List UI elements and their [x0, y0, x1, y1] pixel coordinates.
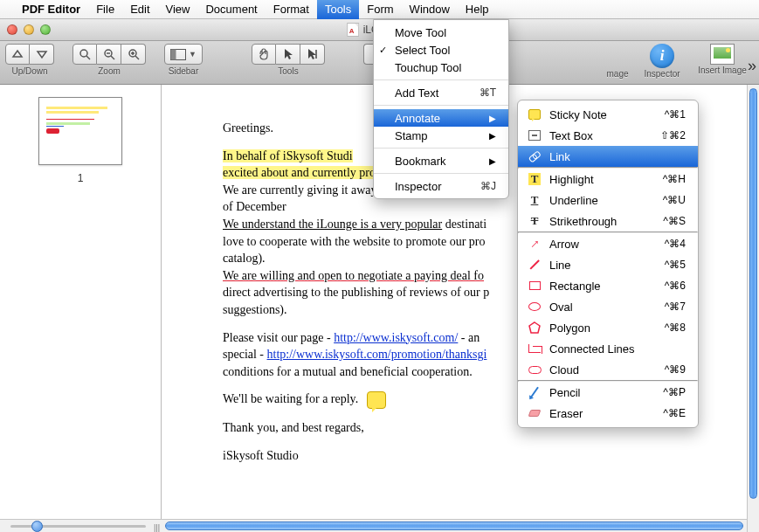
- annotate-sticky-note[interactable]: Sticky Note^⌘1: [518, 104, 698, 125]
- menu-window[interactable]: Window: [402, 0, 458, 19]
- svg-line-8: [135, 56, 139, 59]
- annotate-highlight[interactable]: T Highlight^⌘H: [518, 169, 698, 190]
- link-icon: [527, 149, 542, 164]
- tools-menu-bookmark[interactable]: Bookmark▶: [374, 152, 508, 169]
- toolbar-inspector-group[interactable]: i Inspector: [637, 44, 687, 79]
- page-thumbnail-1[interactable]: [38, 97, 122, 165]
- toolbar-updown-group: Up/Down: [5, 44, 54, 76]
- annotate-strikethrough[interactable]: T Strikethrough^⌘S: [518, 211, 698, 231]
- annotate-text-box[interactable]: Text Box⇧⌘2: [518, 125, 698, 146]
- minimize-window-button[interactable]: [24, 24, 34, 35]
- toolbar-image-label: mage: [606, 69, 628, 79]
- connected-lines-icon: [527, 341, 542, 356]
- annotate-link[interactable]: Link: [518, 146, 698, 167]
- menu-file[interactable]: File: [88, 0, 122, 19]
- annotate-underline[interactable]: T Underline^⌘U: [518, 190, 698, 211]
- zoom-window-button[interactable]: [40, 24, 51, 35]
- sticky-note-annotation[interactable]: [367, 391, 386, 409]
- svg-point-0: [80, 50, 87, 57]
- menu-document[interactable]: Document: [197, 0, 265, 19]
- arrow-shape-icon: →: [527, 236, 542, 252]
- sidebar-zoom-slider-area: |||: [0, 519, 162, 532]
- doc-p8: iSkysoft Studio: [223, 447, 686, 465]
- menu-edit[interactable]: Edit: [122, 0, 157, 19]
- doc-link-1[interactable]: http://www.iskysoft.com/: [334, 331, 458, 344]
- vertical-scrollbar-thumb[interactable]: [749, 88, 757, 499]
- svg-line-4: [111, 56, 114, 59]
- eraser-icon: [527, 405, 542, 421]
- touchup-tool-button[interactable]: [300, 44, 325, 65]
- pdf-file-icon: A: [347, 23, 359, 37]
- tools-menu-select[interactable]: ✓Select Tool: [374, 41, 508, 59]
- magnifier-icon: [79, 48, 91, 60]
- horizontal-scrollbar-thumb[interactable]: [165, 522, 743, 530]
- toolbar-insert-image-group[interactable]: Insert Image: [691, 44, 754, 75]
- text-box-icon: [527, 128, 542, 143]
- zoom-out-icon: [103, 48, 115, 60]
- horizontal-scrollbar[interactable]: [162, 519, 747, 532]
- annotate-connected-lines[interactable]: Connected Lines: [518, 338, 698, 359]
- annotate-pencil[interactable]: Pencil^⌘P: [518, 382, 698, 403]
- arrow-tool-button[interactable]: [276, 44, 300, 65]
- cloud-shape-icon: [527, 362, 542, 377]
- toolbar-zoom-label: Zoom: [98, 66, 121, 76]
- toolbar-inspector-label: Inspector: [644, 69, 680, 79]
- rectangle-shape-icon: [527, 278, 542, 294]
- svg-line-1: [86, 56, 90, 59]
- tools-menu-inspector[interactable]: Inspector⌘J: [374, 177, 508, 195]
- zoom-fit-button[interactable]: [72, 44, 97, 65]
- oval-shape-icon: [527, 299, 542, 314]
- page-up-button[interactable]: [5, 44, 30, 65]
- annotate-cloud[interactable]: Cloud^⌘9: [518, 359, 698, 380]
- tools-menu-stamp[interactable]: Stamp▶: [374, 127, 508, 144]
- toolbar-updown-label: Up/Down: [11, 66, 47, 76]
- app-name[interactable]: PDF Editor: [14, 3, 88, 16]
- menu-tools[interactable]: Tools: [317, 0, 359, 19]
- toolbar-overflow-button[interactable]: »: [748, 57, 752, 75]
- toggle-sidebar-button[interactable]: ▼: [164, 44, 203, 65]
- svg-rect-10: [171, 49, 176, 59]
- tools-menu-annotate[interactable]: Annotate▶: [374, 109, 508, 127]
- annotate-submenu: Sticky Note^⌘1 Text Box⇧⌘2 Link T Highli…: [517, 100, 699, 428]
- slider-grip-icon: |||: [154, 523, 160, 532]
- toolbar-zoom-group: Zoom: [72, 44, 146, 76]
- annotate-line[interactable]: Line^⌘5: [518, 254, 698, 275]
- doc-link-2[interactable]: http://www.iskysoft.com/promotion/thanks…: [267, 348, 487, 361]
- tools-menu-move[interactable]: Move Tool: [374, 24, 508, 41]
- zoom-slider-knob[interactable]: [31, 521, 43, 532]
- page-up-icon: [11, 49, 24, 59]
- annotate-rectangle[interactable]: Rectangle^⌘6: [518, 275, 698, 296]
- submenu-arrow-icon: ▶: [463, 156, 496, 166]
- menu-form[interactable]: Form: [359, 0, 401, 19]
- page-thumbnail-label: 1: [78, 172, 84, 184]
- insert-image-icon: [710, 44, 735, 65]
- page-down-icon: [36, 49, 48, 59]
- annotate-arrow[interactable]: → Arrow^⌘4: [518, 233, 698, 254]
- menu-format[interactable]: Format: [266, 0, 317, 19]
- page-down-button[interactable]: [30, 44, 54, 65]
- annotate-eraser[interactable]: Eraser^⌘E: [518, 403, 698, 424]
- tools-menu-addtext[interactable]: Add Text⌘T: [374, 84, 508, 101]
- annotate-polygon[interactable]: Polygon^⌘8: [518, 317, 698, 338]
- zoom-in-icon: [128, 48, 140, 60]
- pencil-icon: [527, 384, 542, 400]
- strikethrough-icon: T: [527, 213, 542, 229]
- menu-help[interactable]: Help: [458, 0, 497, 19]
- toolbar-insert-image-label: Insert Image: [698, 66, 747, 75]
- vertical-scrollbar[interactable]: [747, 85, 759, 532]
- tools-menu-touchup[interactable]: Touchup Tool: [374, 59, 508, 76]
- annotate-oval[interactable]: Oval^⌘7: [518, 296, 698, 317]
- submenu-arrow-icon: ▶: [463, 114, 496, 123]
- traffic-lights: [7, 24, 51, 35]
- sticky-note-icon: [527, 107, 542, 122]
- close-window-button[interactable]: [7, 24, 17, 35]
- zoom-in-button[interactable]: [121, 44, 146, 65]
- checkmark-icon: ✓: [379, 45, 387, 56]
- menu-view[interactable]: View: [158, 0, 198, 19]
- zoom-out-button[interactable]: [97, 44, 121, 65]
- line-shape-icon: [527, 257, 542, 273]
- hand-tool-button[interactable]: [252, 44, 276, 65]
- cursor-icon: [282, 47, 294, 61]
- toolbar-sidebar-label: Sidebar: [169, 66, 198, 76]
- svg-marker-12: [529, 322, 540, 333]
